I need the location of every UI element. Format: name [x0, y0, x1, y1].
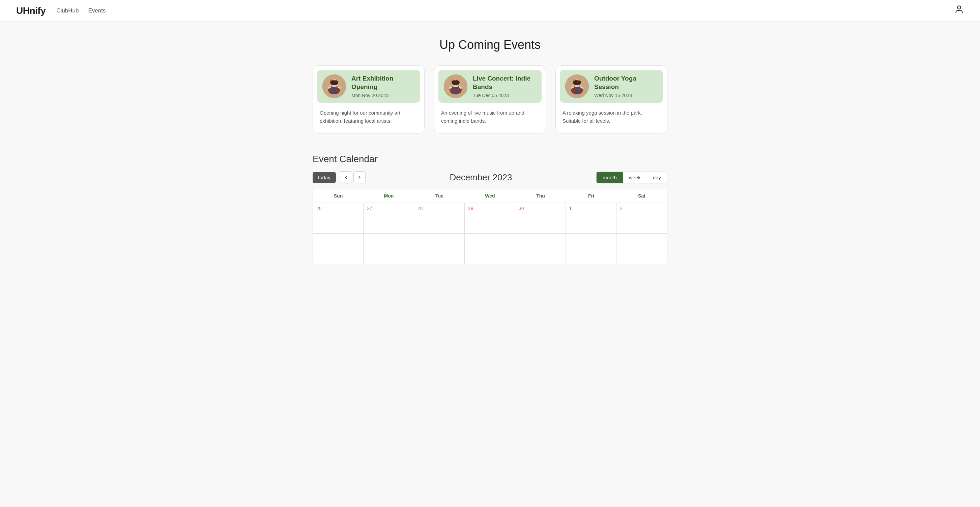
event-date-2: Tue Dec 05 2023: [473, 93, 536, 98]
svg-rect-13: [450, 88, 455, 94]
svg-text:POW!: POW!: [451, 79, 459, 82]
event-description-3: A relaxing yoga session in the park. Sui…: [556, 103, 667, 125]
cal-cell-dec5[interactable]: [414, 234, 465, 264]
svg-point-0: [958, 6, 961, 9]
header-wed: Wed: [465, 189, 515, 203]
header-sat: Sat: [616, 189, 667, 203]
calendar-nav-controls: [340, 171, 366, 183]
cal-cell-nov29[interactable]: 29: [465, 203, 515, 233]
event-avatar-2: POW!: [444, 75, 468, 98]
event-date-3: Wed Nov 15 2023: [594, 93, 658, 98]
page-title: Up Coming Events: [313, 38, 667, 52]
view-day-button[interactable]: day: [647, 172, 667, 183]
nav-links: ClubHub Events: [56, 7, 105, 14]
event-card-header-1: POW! Art Exhibition Opening Mon Nov 20 2…: [317, 70, 420, 103]
cal-cell-dec6[interactable]: [465, 234, 515, 264]
svg-rect-5: [335, 88, 339, 94]
cal-cell-dec1[interactable]: 1: [566, 203, 616, 233]
calendar-section: Event Calendar today December 2023: [313, 154, 667, 264]
prev-month-button[interactable]: [340, 171, 352, 183]
calendar-day-headers: Sun Mon Tue Wed Thu Fri Sat: [313, 189, 667, 203]
cal-cell-dec7[interactable]: [515, 234, 566, 264]
header-thu: Thu: [515, 189, 566, 203]
event-title-3: Outdoor Yoga Session: [594, 75, 658, 91]
event-card-header-3: POW! Outdoor Yoga Session Wed Nov 15 202…: [560, 70, 663, 103]
cal-cell-nov30[interactable]: 30: [515, 203, 566, 233]
header-mon: Mon: [364, 189, 414, 203]
day-num-nov30: 30: [519, 206, 562, 211]
event-card-art-exhibition[interactable]: POW! Art Exhibition Opening Mon Nov 20 2…: [313, 65, 425, 134]
nav-clubhub[interactable]: ClubHub: [56, 7, 79, 14]
header-tue: Tue: [414, 189, 465, 203]
day-num-nov26: 26: [316, 206, 360, 211]
svg-rect-14: [457, 88, 461, 94]
user-icon[interactable]: [955, 5, 964, 16]
event-description-1: Opening night for our community art exhi…: [313, 103, 424, 125]
event-date-1: Mon Nov 20 2023: [352, 93, 415, 98]
cal-row-1: 26 27 28 29 30 1 2: [313, 203, 667, 234]
view-toggle: month week day: [596, 172, 667, 183]
nav-events[interactable]: Events: [88, 7, 105, 14]
brand-logo[interactable]: UHnify: [16, 5, 46, 16]
event-title-2: Live Concert: Indie Bands: [473, 75, 536, 91]
event-title-1: Art Exhibition Opening: [352, 75, 415, 91]
event-avatar-1: POW!: [322, 75, 346, 98]
cal-cell-nov28[interactable]: 28: [414, 203, 465, 233]
today-button[interactable]: today: [313, 172, 336, 183]
calendar-grid: Sun Mon Tue Wed Thu Fri Sat 26 27 28: [313, 189, 667, 264]
event-card-outdoor-yoga[interactable]: POW! Outdoor Yoga Session Wed Nov 15 202…: [555, 65, 667, 134]
cal-row-partial: [313, 234, 667, 264]
cal-cell-dec4[interactable]: [364, 234, 414, 264]
event-header-info-2: Live Concert: Indie Bands Tue Dec 05 202…: [473, 75, 536, 98]
event-card-live-concert[interactable]: POW! Live Concert: Indie Bands Tue Dec 0…: [434, 65, 546, 134]
header-fri: Fri: [566, 189, 616, 203]
event-header-info-1: Art Exhibition Opening Mon Nov 20 2023: [352, 75, 415, 98]
event-avatar-3: POW!: [565, 75, 589, 98]
cal-cell-dec2[interactable]: 2: [616, 203, 667, 233]
main-content: Up Coming Events POW!: [304, 22, 676, 291]
event-description-2: An evening of live music from up-and-com…: [434, 103, 546, 125]
cal-cell-nov26[interactable]: 26: [313, 203, 364, 233]
next-month-button[interactable]: [353, 171, 366, 183]
cal-cell-dec3[interactable]: [313, 234, 364, 264]
navbar: UHnify ClubHub Events: [0, 0, 980, 22]
view-week-button[interactable]: week: [623, 172, 647, 183]
svg-rect-4: [329, 88, 333, 94]
calendar-month-title: December 2023: [450, 172, 512, 182]
event-card-header-2: POW! Live Concert: Indie Bands Tue Dec 0…: [438, 70, 542, 103]
day-num-dec2: 2: [620, 206, 664, 211]
day-num-nov29: 29: [468, 206, 512, 211]
view-month-button[interactable]: month: [597, 172, 623, 183]
svg-text:POW!: POW!: [573, 79, 580, 82]
event-header-info-3: Outdoor Yoga Session Wed Nov 15 2023: [594, 75, 658, 98]
header-sun: Sun: [313, 189, 364, 203]
svg-rect-22: [572, 88, 576, 94]
cal-cell-dec9[interactable]: [616, 234, 667, 264]
day-num-nov27: 27: [367, 206, 410, 211]
day-num-nov28: 28: [417, 206, 461, 211]
svg-text:POW!: POW!: [330, 79, 337, 82]
svg-rect-23: [578, 88, 582, 94]
cal-cell-nov27[interactable]: 27: [364, 203, 414, 233]
cal-cell-dec8[interactable]: [566, 234, 616, 264]
day-num-dec1: 1: [569, 206, 613, 211]
calendar-section-title: Event Calendar: [313, 154, 667, 165]
events-grid: POW! Art Exhibition Opening Mon Nov 20 2…: [313, 65, 667, 134]
